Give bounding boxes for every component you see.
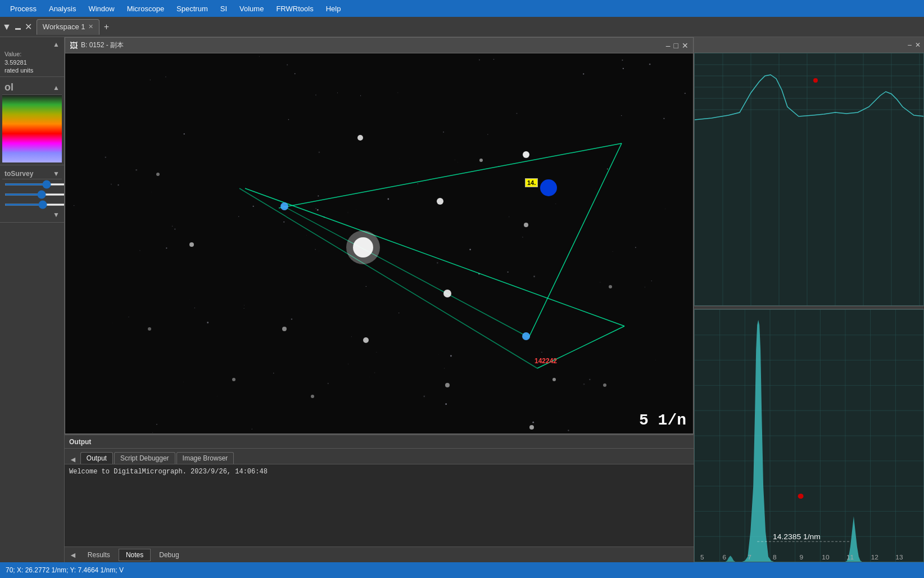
svg-text:14.2385 1/nm: 14.2385 1/nm	[773, 532, 821, 540]
image-window-icon: 🖼	[70, 41, 78, 50]
tab-controls: ▼ 🗕 ✕	[2, 21, 32, 32]
survey-section-title: toSurvey ▼	[2, 168, 62, 179]
menu-item-analysis[interactable]: Analysis	[43, 2, 81, 15]
workspace-tab[interactable]: Workspace 1 ✕	[37, 19, 100, 35]
output-tab-image-browser[interactable]: Image Browser	[176, 452, 234, 464]
svg-text:8: 8	[773, 554, 777, 560]
survey-label: toSurvey	[4, 170, 33, 178]
top-spectrum-chart[interactable]	[694, 53, 924, 306]
image-window-titlebar: 🖼 B: 0152 - 副本 – □ ✕	[65, 37, 694, 53]
debug-tab[interactable]: Debug	[152, 549, 186, 561]
image-minimize-btn[interactable]: –	[666, 41, 671, 50]
output-tab-script-debugger[interactable]: Script Debugger	[114, 452, 175, 464]
menu-item-si[interactable]: SI	[215, 2, 233, 15]
scale-label: 5 1/n	[639, 412, 686, 429]
right-minimize-btn[interactable]: –	[908, 41, 912, 49]
menu-item-help[interactable]: Help	[320, 2, 347, 15]
right-close-btn[interactable]: ✕	[915, 41, 921, 49]
image-window: 🖼 B: 0152 - 副本 – □ ✕	[65, 37, 694, 434]
scale-value: 5 1/n	[639, 412, 686, 429]
tool-label: ol	[4, 82, 13, 93]
slider-1-control: 59	[2, 179, 62, 189]
sidebar-info-section: ▲ Value: 3.59281 rated units	[0, 37, 64, 77]
tool-collapse-btn[interactable]: ▲	[53, 84, 60, 92]
tab-dropdown-btn[interactable]: ▼	[2, 22, 11, 32]
output-panel: Output ◄ Output Script Debugger Image Br…	[65, 434, 694, 547]
top-chart-svg	[695, 53, 923, 305]
star-field-canvas	[65, 53, 693, 434]
notes-tab[interactable]: Notes	[119, 549, 151, 561]
svg-text:7: 7	[748, 554, 751, 560]
workspace-tab-close-icon[interactable]: ✕	[88, 23, 93, 30]
tab-close-btn[interactable]: ✕	[25, 21, 32, 32]
tab-minimize-btn[interactable]: 🗕	[13, 22, 22, 32]
svg-text:9: 9	[800, 554, 804, 560]
slider-1[interactable]	[4, 183, 65, 186]
script-debugger-tab-label: Script Debugger	[120, 454, 169, 462]
bottom-tabs: ◄ Results Notes Debug	[65, 547, 694, 562]
svg-text:13: 13	[895, 554, 903, 560]
menu-item-process[interactable]: Process	[4, 2, 42, 15]
survey-bottom-btn[interactable]: ▼	[53, 211, 60, 219]
image-window-body[interactable]: 14. 142242 5 1/n	[65, 53, 694, 434]
bottom-spectrum-chart[interactable]: 14.2385 1/nm 5 6 7 8 9 10 11 12 13 1/nm	[694, 309, 924, 562]
svg-text:6: 6	[723, 554, 727, 560]
results-tab-label: Results	[88, 551, 110, 559]
sidebar-tool-section: ol ▲	[0, 77, 64, 165]
output-scroll-left-btn[interactable]: ◄	[69, 455, 77, 464]
slider-2[interactable]	[4, 193, 65, 196]
survey-collapse-btn[interactable]: ▼	[53, 170, 60, 178]
right-panel: – ✕	[694, 37, 924, 562]
output-tabs-header: ◄ Output Script Debugger Image Browser	[65, 449, 694, 464]
menu-item-spectrum[interactable]: Spectrum	[171, 2, 214, 15]
red-label: 142242	[535, 357, 557, 365]
menu-item-microscope[interactable]: Microscope	[121, 2, 170, 15]
color-gradient-strip	[2, 95, 62, 162]
value-display: 3.59281	[2, 58, 62, 66]
svg-text:11: 11	[846, 554, 854, 560]
image-window-title: B: 0152 - 副本	[81, 40, 663, 50]
center-content: 🖼 B: 0152 - 副本 – □ ✕	[65, 37, 694, 562]
left-sidebar: ▲ Value: 3.59281 rated units ol ▲ toSurv…	[0, 37, 65, 562]
tooltip-value: 14.	[527, 179, 536, 186]
tabbar: ▼ 🗕 ✕ Workspace 1 ✕ +	[0, 17, 924, 37]
main-layout: ▲ Value: 3.59281 rated units ol ▲ toSurv…	[0, 37, 924, 562]
image-browser-tab-label: Image Browser	[183, 454, 228, 462]
units-label: rated units	[2, 66, 62, 74]
svg-point-42	[813, 78, 818, 83]
svg-text:12: 12	[871, 554, 878, 560]
output-content: Welcome to DigitalMicrograph. 2023/9/26,…	[65, 464, 694, 547]
menu-item-frwrtools[interactable]: FRWRtools	[270, 2, 319, 15]
slider-2-control: 51	[2, 189, 62, 200]
menu-item-window[interactable]: Window	[83, 2, 120, 15]
menubar: Process Analysis Window Microscope Spect…	[0, 0, 924, 17]
sidebar-collapse-btn[interactable]: ▲	[53, 40, 60, 48]
image-restore-btn[interactable]: □	[674, 41, 678, 50]
output-text: Welcome to DigitalMicrograph. 2023/9/26,…	[69, 468, 268, 476]
value-label: Value:	[2, 49, 62, 58]
menu-item-volume[interactable]: Volume	[234, 2, 269, 15]
statusbar-text: 70; X: 26.2772 1/nm; Y: 7.4664 1/nm; V	[6, 566, 124, 574]
notes-tab-label: Notes	[126, 551, 143, 559]
svg-point-64	[798, 494, 804, 499]
output-tab-label: Output	[87, 454, 107, 462]
image-close-btn[interactable]: ✕	[682, 41, 689, 50]
svg-text:10: 10	[822, 554, 829, 560]
bottom-scroll-left-btn[interactable]: ◄	[69, 550, 77, 559]
slider-3-control: 53	[2, 200, 62, 210]
right-panel-header: – ✕	[694, 37, 924, 53]
bottom-chart-svg: 14.2385 1/nm 5 6 7 8 9 10 11 12 13 1/nm	[695, 310, 923, 562]
cursor-dot	[540, 179, 557, 196]
output-tab-output[interactable]: Output	[80, 452, 113, 464]
slider-3[interactable]	[4, 204, 65, 206]
results-tab[interactable]: Results	[80, 549, 117, 561]
statusbar: 70; X: 26.2772 1/nm; Y: 7.4664 1/nm; V	[0, 562, 924, 578]
measurement-tooltip: 14.	[525, 178, 538, 187]
sidebar-survey-section: toSurvey ▼ 59 51 53 ▼	[0, 165, 64, 223]
debug-tab-label: Debug	[159, 551, 179, 559]
tool-section-title: ol ▲	[2, 79, 62, 95]
output-panel-title: Output	[69, 438, 91, 446]
svg-text:5: 5	[700, 554, 704, 560]
svg-rect-28	[695, 53, 923, 305]
new-tab-button[interactable]: +	[99, 20, 113, 34]
